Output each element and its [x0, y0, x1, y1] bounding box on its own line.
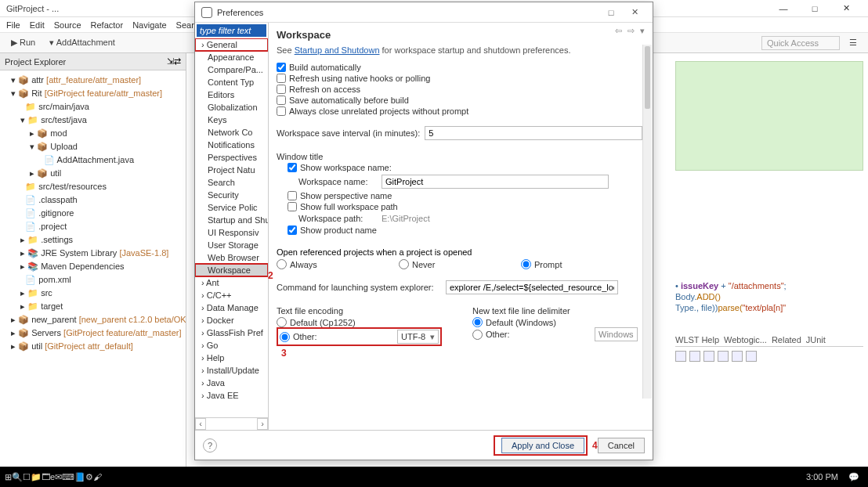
workspace-name-input[interactable] [382, 175, 609, 189]
tree-node[interactable]: ▸ 📁 src [0, 287, 186, 300]
console-tab[interactable]: JUnit [806, 335, 826, 345]
taskbar-icon[interactable]: ⊞ [5, 472, 12, 482]
nav-item-editors[interactable]: Editors [195, 88, 268, 101]
menu-navigate[interactable]: Navigate [132, 20, 166, 30]
startup-shutdown-link[interactable]: Startup and Shutdown [295, 45, 380, 55]
console-tab[interactable]: WLST Help [675, 335, 719, 345]
close-unrelated-checkbox[interactable]: Always close unrelated projects without … [277, 106, 645, 116]
show-workspace-name-checkbox[interactable]: Show workspace name: [288, 163, 645, 172]
help-button[interactable]: ? [203, 438, 217, 453]
tree-node[interactable]: ▸ 📦 util [GitProject attr_default] [0, 340, 186, 353]
delimiter-other-radio[interactable]: Other: [472, 330, 590, 340]
console-tab[interactable]: Webtogic... [724, 335, 767, 345]
tree-node[interactable]: ▸ 📦 util [0, 167, 186, 180]
taskbar-icon[interactable]: 📘 [74, 472, 85, 482]
tree-node[interactable]: ▸ 📦 Servers [GitProject feature/attr_mas… [0, 326, 186, 340]
delimiter-default-radio[interactable]: Default (Windows) [472, 317, 645, 327]
console-tabs[interactable]: WLST HelpWebtogic...RelatedJUnit [675, 335, 863, 347]
nav-item-service-polic[interactable]: Service Polic [195, 201, 268, 214]
tree-node[interactable]: ▾ 📁 src/test/java [0, 114, 186, 127]
tree-node[interactable]: 📄 pom.xml [0, 273, 186, 287]
encoding-default-radio[interactable]: Default (Cp1252) [277, 317, 449, 327]
nav-item-startup-and-shutdo[interactable]: Startup and Shutdo [195, 214, 268, 226]
windows-taskbar[interactable]: ⊞🔍☐📁🗔e✉⌨📘⚙🖌 3:00 PM 💬 [0, 467, 868, 487]
collapse-all-icon[interactable]: ⇲ [167, 56, 174, 67]
console-icon[interactable] [675, 351, 686, 362]
taskbar-icon[interactable]: 📁 [31, 472, 42, 482]
nav-item-perspectives[interactable]: Perspectives [195, 151, 268, 164]
nav-item-c-c-[interactable]: › C/C++ [195, 289, 268, 301]
taskbar-icon[interactable]: 🖌 [93, 472, 102, 482]
open-ref-prompt-radio[interactable]: Prompt [521, 259, 638, 269]
tree-node[interactable]: 📁 src/main/java [0, 100, 186, 114]
delimiter-select[interactable]: Windows [595, 327, 638, 341]
nav-item-docker[interactable]: › Docker [195, 314, 268, 326]
refresh-hooks-checkbox[interactable]: Refresh using native hooks or polling [277, 74, 645, 83]
console-icon[interactable] [718, 351, 729, 362]
ide-close-button[interactable]: ✕ [830, 3, 862, 13]
tree-node[interactable]: ▸ 📚 Maven Dependencies [0, 260, 186, 273]
show-perspective-checkbox[interactable]: Show perspective name [288, 191, 645, 200]
taskbar-icon[interactable]: 🔍 [12, 472, 23, 482]
taskbar-icon[interactable]: ⚙ [85, 472, 93, 482]
dialog-scrollbar[interactable] [642, 45, 652, 399]
nav-item-workspace[interactable]: Workspace [195, 264, 268, 276]
nav-item-java-ee[interactable]: › Java EE [195, 389, 268, 402]
preferences-nav-list[interactable]: › GeneralAppearanceCompare/Pa...Content … [195, 38, 268, 417]
dialog-close-button[interactable]: ✕ [623, 7, 646, 17]
nav-scrollbar[interactable]: ‹ › [195, 417, 268, 430]
tree-node[interactable]: ▾ 📦 Upload [0, 140, 186, 153]
taskbar-icon[interactable]: 🗔 [42, 472, 50, 482]
toolbar-run-button[interactable]: ▶ Run [6, 36, 40, 49]
perspective-icon[interactable]: ☰ [844, 36, 862, 49]
tree-node[interactable]: 📄 .project [0, 220, 186, 233]
nav-item-keys[interactable]: Keys [195, 114, 268, 126]
tree-node[interactable]: 📁 src/test/resources [0, 180, 186, 193]
nav-item-security[interactable]: Security [195, 189, 268, 201]
console-icon[interactable] [732, 351, 743, 362]
tree-node[interactable]: ▸ 📚 JRE System Library [JavaSE-1.8] [0, 247, 186, 260]
nav-item-help[interactable]: › Help [195, 352, 268, 364]
nav-item-user-storage[interactable]: User Storage [195, 239, 268, 251]
tree-node[interactable]: ▸ 📁 .settings [0, 233, 186, 247]
build-automatically-checkbox[interactable]: Build automatically [277, 63, 645, 72]
show-product-checkbox[interactable]: Show product name [288, 225, 645, 235]
console-icon[interactable] [703, 351, 714, 362]
notification-icon[interactable]: 💬 [844, 472, 863, 482]
nav-item-content-typ[interactable]: Content Typ [195, 76, 268, 88]
console-tab[interactable]: Related [772, 335, 801, 345]
tree-node[interactable]: ▾ 📦 attr [attr_feature/attr_master] [0, 74, 186, 87]
nav-item-install-update[interactable]: › Install/Update [195, 364, 268, 377]
nav-scroll-right-icon[interactable]: › [257, 418, 268, 430]
nav-item-ant[interactable]: › Ant [195, 276, 268, 289]
nav-item-java[interactable]: › Java [195, 377, 268, 389]
link-editor-icon[interactable]: ⇄ [174, 56, 181, 67]
nav-item-search[interactable]: Search [195, 176, 268, 189]
console-icon[interactable] [689, 351, 700, 362]
refresh-access-checkbox[interactable]: Refresh on access [277, 85, 645, 94]
save-interval-input[interactable] [425, 126, 642, 140]
open-ref-always-radio[interactable]: Always [277, 259, 394, 269]
tree-node[interactable]: ▾ 📦 Rit [GitProject feature/attr_master] [0, 87, 186, 100]
apply-and-close-button[interactable]: Apply and Close [501, 438, 584, 453]
ide-maximize-button[interactable]: □ [799, 4, 830, 13]
nav-item-appearance[interactable]: Appearance [195, 51, 268, 63]
nav-item-compare-pa-[interactable]: Compare/Pa... [195, 63, 268, 76]
taskbar-icon[interactable]: ✉ [55, 472, 62, 482]
console-icon[interactable] [746, 351, 757, 362]
nav-item-network-co[interactable]: Network Co [195, 126, 268, 139]
open-ref-never-radio[interactable]: Never [399, 259, 516, 269]
show-full-path-checkbox[interactable]: Show full workspace path [288, 202, 645, 211]
save-before-build-checkbox[interactable]: Save automatically before build [277, 96, 645, 105]
nav-item-web-browser[interactable]: Web Browser [195, 251, 268, 264]
tree-node[interactable]: ▸ 📦 mod [0, 127, 186, 140]
menu-file[interactable]: File [6, 20, 20, 30]
quick-access-input[interactable]: Quick Access [761, 36, 840, 50]
editor-pane[interactable] [675, 61, 863, 171]
ide-minimize-button[interactable]: — [768, 4, 799, 13]
tree-node[interactable]: ▸ 📁 target [0, 300, 186, 313]
project-explorer-tree[interactable]: ▾ 📦 attr [attr_feature/attr_master]▾ 📦 R… [0, 70, 186, 356]
menu-refactor[interactable]: Refactor [91, 20, 124, 30]
nav-item-ui-responsiv[interactable]: UI Responsiv [195, 226, 268, 239]
tree-node[interactable]: ▸ 📦 new_parent [new_parent c1.2.0 beta/O… [0, 313, 186, 326]
